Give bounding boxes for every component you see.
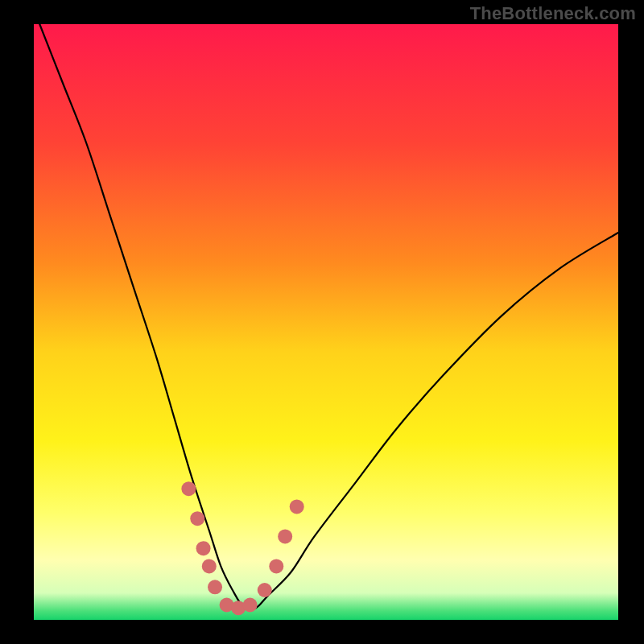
highlight-dot (208, 580, 222, 594)
highlight-dot (243, 598, 258, 613)
highlight-dot (269, 559, 283, 573)
chart-frame: { "attribution": "TheBottleneck.com", "c… (0, 0, 644, 644)
plot-background (34, 24, 618, 620)
highlight-dot (290, 499, 304, 514)
highlight-dot (190, 511, 204, 526)
highlight-dot (181, 481, 196, 496)
highlight-dot (196, 541, 211, 555)
highlight-dot (202, 559, 217, 573)
highlight-dot (258, 583, 272, 597)
bottleneck-chart (0, 0, 644, 644)
highlight-dot (278, 529, 292, 543)
